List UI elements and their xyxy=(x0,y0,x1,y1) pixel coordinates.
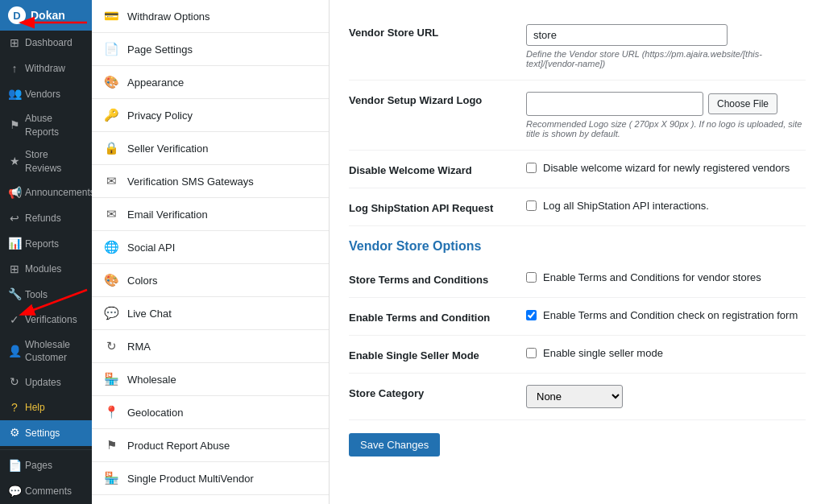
sidebar-label-verifications: Verifications xyxy=(25,313,77,327)
store-category-label: Store Category xyxy=(349,385,510,399)
sub-colors[interactable]: 🎨 Colors xyxy=(92,264,329,297)
sidebar-item-pages[interactable]: 📄 Pages xyxy=(0,453,92,479)
sidebar-label-comments: Comments xyxy=(25,485,72,498)
sub-privacy-policy[interactable]: 🔑 Privacy Policy xyxy=(92,99,329,132)
vendor-store-url-input[interactable] xyxy=(526,24,728,46)
dokan-submenu: 💳 Withdraw Options 📄 Page Settings 🎨 App… xyxy=(92,0,330,504)
vendor-store-url-label: Vendor Store URL xyxy=(349,24,510,39)
store-terms-control: Enable Terms and Conditions for vendor s… xyxy=(526,271,806,283)
sidebar-item-updates[interactable]: ↻ Updates xyxy=(0,370,92,395)
wholesale-icon: 🏪 xyxy=(103,371,119,387)
disable-welcome-wizard-checkbox[interactable] xyxy=(526,163,537,173)
logo-file-input[interactable] xyxy=(526,92,703,116)
sub-label-rma: RMA xyxy=(127,341,151,353)
sub-verification-sms[interactable]: ✉ Verification SMS Gateways xyxy=(92,165,329,198)
sidebar-label-wholesale-customer: Wholesale Customer xyxy=(25,338,84,366)
wp-logo[interactable]: D Dokan xyxy=(0,0,92,31)
log-shipstation-checkbox[interactable] xyxy=(526,200,537,211)
wholesale-customer-icon: 👤 xyxy=(8,344,21,360)
tools-icon: 🔧 xyxy=(8,287,21,303)
sidebar-label-settings: Settings xyxy=(25,427,60,440)
log-shipstation-control: Log all ShipStation API interactions. xyxy=(526,200,806,212)
sub-seller-verification[interactable]: 🔒 Seller Verification xyxy=(92,132,329,165)
product-report-abuse-icon: ⚑ xyxy=(103,437,119,453)
sidebar-item-refunds[interactable]: ↩ Refunds xyxy=(0,206,92,232)
log-shipstation-text: Log all ShipStation API interactions. xyxy=(543,200,709,212)
sidebar-item-vendors[interactable]: 👥 Vendors xyxy=(0,81,92,107)
vendor-setup-wizard-logo-hint: Recommended Logo size ( 270px X 90px ). … xyxy=(526,119,806,138)
live-chat-icon: 💬 xyxy=(103,305,119,321)
sidebar-item-verifications[interactable]: ✓ Verifications xyxy=(0,308,92,333)
dashboard-icon: ⊞ xyxy=(8,35,21,52)
sidebar-item-settings[interactable]: ⚙ Settings xyxy=(0,420,92,446)
sidebar-label-withdraw: Withdraw xyxy=(25,62,65,76)
sidebar-item-wholesale-customer[interactable]: 👤 Wholesale Customer xyxy=(0,333,92,370)
sub-product-subscription[interactable]: 📋 Product Subscription xyxy=(92,495,329,504)
sidebar-label-updates: Updates xyxy=(25,376,61,390)
enable-terms-checkbox-row: Enable Terms and Condition check on regi… xyxy=(526,309,806,321)
privacy-policy-icon: 🔑 xyxy=(103,107,119,123)
sub-email-verification[interactable]: ✉ Email Verification xyxy=(92,198,329,231)
sub-label-page-settings: Page Settings xyxy=(127,43,193,56)
colors-icon: 🎨 xyxy=(103,272,119,288)
enable-single-seller-control: Enable single seller mode xyxy=(526,347,806,359)
enable-single-seller-checkbox-row: Enable single seller mode xyxy=(526,347,806,359)
social-api-icon: 🌐 xyxy=(103,239,119,255)
sub-product-report-abuse[interactable]: ⚑ Product Report Abuse xyxy=(92,429,329,462)
sidebar-label-modules: Modules xyxy=(25,262,61,276)
sub-withdraw-options[interactable]: 💳 Withdraw Options xyxy=(92,0,329,33)
vendor-store-url-hint: Define the Vendor store URL (https://pm.… xyxy=(526,49,806,68)
single-product-multivendor-icon: 🏪 xyxy=(103,470,119,486)
sidebar-item-comments[interactable]: 💬 Comments xyxy=(0,479,92,505)
comments-icon: 💬 xyxy=(8,484,21,500)
enable-terms-checkbox[interactable] xyxy=(526,310,537,320)
vendor-store-options-title: Vendor Store Options xyxy=(349,226,806,260)
sidebar-item-store-reviews[interactable]: ★ Store Reviews xyxy=(0,143,92,180)
sub-wholesale[interactable]: 🏪 Wholesale xyxy=(92,363,329,396)
sub-label-wholesale: Wholesale xyxy=(127,374,176,386)
log-shipstation-row: Log ShipStation API Request Log all Ship… xyxy=(349,188,806,226)
vendors-icon: 👥 xyxy=(8,86,21,102)
sidebar-label-tools: Tools xyxy=(25,288,48,302)
sidebar-label-pages: Pages xyxy=(25,459,52,473)
enable-single-seller-checkbox[interactable] xyxy=(526,348,537,358)
sidebar-label-dashboard: Dashboard xyxy=(25,36,73,50)
choose-file-button[interactable]: Choose File xyxy=(708,93,777,114)
sub-label-withdraw-options: Withdraw Options xyxy=(127,10,210,23)
sub-page-settings[interactable]: 📄 Page Settings xyxy=(92,33,329,66)
help-icon: ? xyxy=(8,400,21,416)
sidebar-item-help[interactable]: ? Help xyxy=(0,395,92,421)
sub-single-product-multivendor[interactable]: 🏪 Single Product MultiVendor xyxy=(92,462,329,495)
vendor-store-url-control: Define the Vendor store URL (https://pm.… xyxy=(526,24,806,68)
disable-welcome-wizard-control: Disable welcome wizard for newly registe… xyxy=(526,162,806,174)
modules-icon: ⊞ xyxy=(8,262,21,278)
sub-social-api[interactable]: 🌐 Social API xyxy=(92,231,329,264)
sub-geolocation[interactable]: 📍 Geolocation xyxy=(92,396,329,429)
sidebar-item-tools[interactable]: 🔧 Tools xyxy=(0,282,92,308)
enable-single-seller-text: Enable single seller mode xyxy=(543,347,663,359)
sidebar-item-withdraw[interactable]: ↑ Withdraw xyxy=(0,56,92,82)
store-terms-label: Store Terms and Conditions xyxy=(349,271,510,286)
withdraw-options-icon: 💳 xyxy=(103,8,119,24)
sub-label-live-chat: Live Chat xyxy=(127,308,172,320)
disable-welcome-wizard-checkbox-row: Disable welcome wizard for newly registe… xyxy=(526,162,806,174)
sidebar-item-abuse-reports[interactable]: ⚑ Abuse Reports xyxy=(0,107,92,144)
vendor-setup-wizard-logo-row: Vendor Setup Wizard Logo Choose File Rec… xyxy=(349,81,806,151)
disable-welcome-wizard-text: Disable welcome wizard for newly registe… xyxy=(543,162,790,174)
sidebar-item-modules[interactable]: ⊞ Modules xyxy=(0,257,92,283)
sub-live-chat[interactable]: 💬 Live Chat xyxy=(92,297,329,330)
sub-rma[interactable]: ↻ RMA xyxy=(92,330,329,363)
save-changes-button[interactable]: Save Changes xyxy=(349,433,440,456)
sidebar-item-announcements[interactable]: 📢 Announcements xyxy=(0,180,92,206)
geolocation-icon: 📍 xyxy=(103,404,119,420)
sidebar-label-announcements: Announcements xyxy=(25,186,92,200)
store-category-select[interactable]: None xyxy=(526,385,623,408)
withdraw-icon: ↑ xyxy=(8,61,21,77)
sidebar-item-reports[interactable]: 📊 Reports xyxy=(0,231,92,257)
sub-appearance[interactable]: 🎨 Appearance xyxy=(92,66,329,99)
sidebar-item-dashboard[interactable]: ⊞ Dashboard xyxy=(0,31,92,56)
enable-terms-label: Enable Terms and Condition xyxy=(349,309,510,324)
store-terms-checkbox[interactable] xyxy=(526,272,537,283)
seller-verification-icon: 🔒 xyxy=(103,140,119,156)
verifications-icon: ✓ xyxy=(8,312,21,328)
